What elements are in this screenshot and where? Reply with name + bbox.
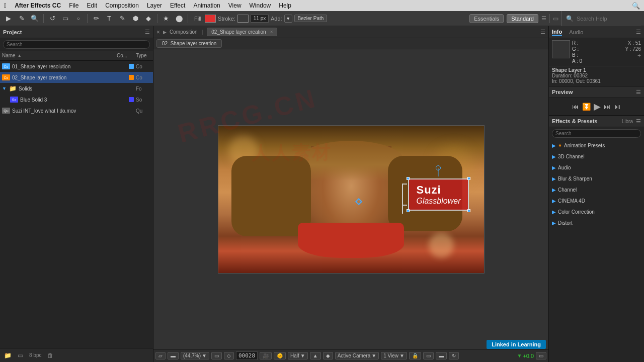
camera-dropdown[interactable]: Active Camera ▼ (335, 352, 379, 359)
bezier-path-btn[interactable]: Bezier Path (294, 15, 328, 22)
menu-window[interactable]: Window (250, 2, 271, 9)
rotate-btn[interactable]: ▭ (60, 13, 71, 24)
color-swatch-large (552, 40, 570, 58)
search-help-input[interactable] (577, 16, 637, 22)
effects-item-audio[interactable]: ▶ Audio (549, 162, 644, 173)
play-btn[interactable]: ▶ (594, 101, 601, 112)
comp-tab-active[interactable]: 02_Shape layer creation × (207, 28, 277, 36)
menu-composition[interactable]: Composition (105, 2, 139, 9)
project-item-01[interactable]: Co 01_Shape layer resolution Co (0, 61, 153, 72)
effects-item-3d[interactable]: ▶ 3D Channel (549, 151, 644, 162)
effects-item-distort[interactable]: ▶ Distort (549, 217, 644, 228)
handle-bl[interactable] (407, 209, 410, 212)
clone-tool[interactable]: ⬢ (130, 13, 141, 24)
essentials-btn[interactable]: Essentials (469, 14, 504, 23)
handle-tr[interactable] (467, 177, 470, 180)
viewer-snap-btn[interactable]: ▱ (155, 352, 166, 359)
rect-tool[interactable]: ▫ (73, 13, 84, 24)
comp-tab-close[interactable]: × (270, 29, 273, 35)
panels-icon[interactable]: ▭ (553, 15, 558, 22)
viewer-fast-btn[interactable]: ▲ (310, 352, 321, 359)
select-tool[interactable]: ▶ (3, 13, 14, 24)
viewer-refresh-btn[interactable]: ↻ (449, 352, 459, 359)
shape-btn[interactable]: ⬤ (174, 13, 185, 24)
viewer-render-btn[interactable]: ▭ (536, 352, 546, 359)
project-search-input[interactable] (3, 40, 150, 49)
menu-animation[interactable]: Animation (193, 2, 220, 9)
last-frame-btn[interactable]: ⏯ (614, 103, 621, 111)
toolbar-sep-3 (157, 14, 157, 23)
comp-tab-comp-name: Composition (170, 29, 198, 35)
effects-search-input[interactable] (552, 129, 641, 138)
menu-file[interactable]: File (69, 2, 78, 9)
handle-br[interactable] (467, 209, 470, 212)
viewer-exposure-btn[interactable]: 🌞 (274, 352, 286, 359)
hand-tool[interactable]: ✎ (16, 13, 27, 24)
viewer-draft-btn[interactable]: ◆ (323, 352, 333, 359)
menu-view[interactable]: View (228, 2, 242, 9)
menu-help[interactable]: Help (279, 2, 291, 9)
brush-tool[interactable]: ✎ (117, 13, 128, 24)
text-tool[interactable]: T (104, 13, 115, 24)
project-item-solids[interactable]: ▼ 📁 Solids Fo (0, 83, 153, 94)
project-item-suzi[interactable]: Qu Suzi INT_love what I do.mov Qu (0, 105, 153, 116)
viewer-lock-btn[interactable]: 🔒 (409, 352, 421, 359)
handle-tl[interactable] (407, 177, 410, 180)
video-placeholder: Suzi Glassblower (218, 125, 485, 274)
audio-tab[interactable]: Audio (569, 29, 583, 35)
info-tab[interactable]: Info (552, 29, 562, 36)
comp-panel-menu[interactable]: ☰ (540, 29, 545, 35)
stroke-size-input[interactable] (251, 15, 269, 23)
comp-close-btn[interactable]: × (156, 29, 160, 36)
viewer-alpha-btn[interactable]: ▭ (423, 352, 434, 359)
zoom-tool[interactable]: 🔍 (29, 13, 40, 24)
title-text-box: Suzi Glassblower (408, 178, 468, 211)
delete-btn[interactable]: 🗑 (45, 351, 55, 360)
effects-item-blur[interactable]: ▶ Blur & Sharpen (549, 173, 644, 184)
new-folder-btn[interactable]: 📁 (2, 351, 14, 360)
project-search-area (0, 38, 153, 51)
effects-menu-icon[interactable]: ☰ (636, 118, 641, 125)
effects-item-cinema4d[interactable]: ▶ CINEMA 4D (549, 195, 644, 206)
project-item-blue-solid[interactable]: So Blue Solid 3 So (0, 94, 153, 105)
comp-name-tab[interactable]: 02_Shape layer creation (156, 39, 222, 48)
pen-tool[interactable]: ✏ (91, 13, 102, 24)
bracket-left (402, 184, 403, 214)
new-comp-btn[interactable]: ▭ (16, 351, 25, 360)
effects-library-label[interactable]: Libra (622, 119, 633, 124)
next-frame-btn[interactable]: ⏭ (604, 103, 611, 111)
zoom-dropdown[interactable]: (44.7%) ▼ (181, 352, 209, 359)
viewer-camera-btn[interactable]: 🎥 (260, 352, 272, 359)
undo-btn[interactable]: ↺ (47, 13, 58, 24)
effects-item-channel[interactable]: ▶ Channel (549, 184, 644, 195)
puppet-tool[interactable]: ◆ (143, 13, 154, 24)
menu-layer[interactable]: Layer (147, 2, 162, 9)
menu-effect[interactable]: Effect (170, 2, 185, 9)
project-menu-icon[interactable]: ☰ (145, 29, 150, 35)
standard-btn[interactable]: Standard (507, 14, 538, 23)
info-menu-icon[interactable]: ☰ (636, 29, 641, 35)
viewer-grid-btn[interactable]: ▭ (211, 352, 222, 359)
search-icon[interactable]: 🔍 (632, 2, 640, 10)
effects-item-animation[interactable]: ▶ ★ Animation Presets (549, 140, 644, 151)
view-dropdown[interactable]: 1 View ▼ (381, 352, 407, 359)
quality-dropdown[interactable]: Half ▼ (288, 352, 308, 359)
rotation-handle[interactable] (436, 165, 441, 170)
apple-menu[interactable]:  (4, 2, 7, 10)
viewer-guide-btn[interactable]: ◇ (224, 352, 234, 359)
effects-item-color[interactable]: ▶ Color Correction (549, 206, 644, 217)
project-item-02[interactable]: Co 02_Shape layer creation Co (0, 72, 153, 83)
star-btn[interactable]: ★ (160, 13, 172, 24)
menu-edit[interactable]: Edit (87, 2, 97, 9)
first-frame-btn[interactable]: ⏮ (572, 103, 579, 111)
viewer-color-correct-btn[interactable]: ▬ (436, 352, 447, 359)
add-dropdown[interactable]: ▼ (284, 15, 292, 23)
preview-menu-icon[interactable]: ☰ (636, 89, 641, 96)
fill-swatch[interactable] (205, 15, 216, 23)
bpc-display[interactable]: 8 bpc (27, 351, 43, 359)
stroke-swatch[interactable] (237, 15, 249, 23)
viewer-prop-btn[interactable]: ▬ (168, 352, 179, 359)
prev-frame-btn[interactable]: ⏬ (582, 103, 591, 111)
workspace-menu-icon[interactable]: ☰ (541, 15, 546, 22)
footage-icon: Qu (2, 108, 10, 114)
